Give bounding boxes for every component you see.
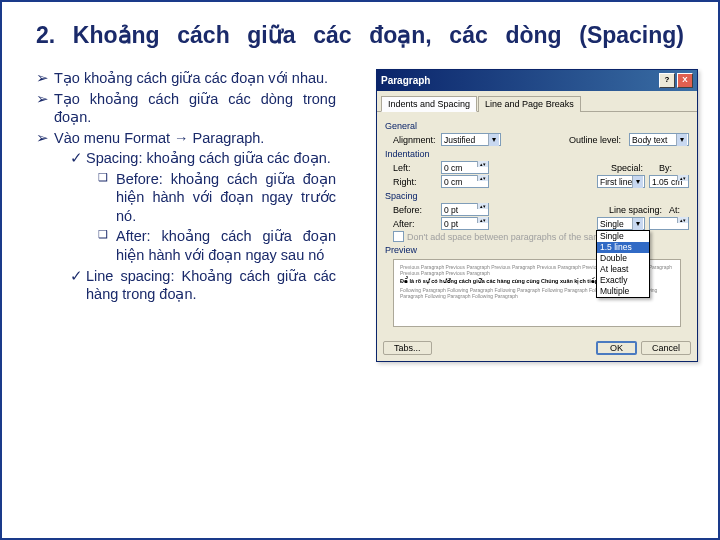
- alignment-label: Alignment:: [393, 135, 437, 145]
- left-spinner[interactable]: 0 cm: [441, 161, 489, 174]
- after-label: After:: [393, 219, 437, 229]
- by-spinner[interactable]: 1.05 cm: [649, 175, 689, 188]
- alignment-combo[interactable]: Justified: [441, 133, 501, 146]
- dropdown-option[interactable]: At least: [597, 264, 649, 275]
- by-label: By:: [659, 163, 689, 173]
- special-label: Special:: [611, 163, 655, 173]
- dropdown-option[interactable]: Double: [597, 253, 649, 264]
- before-spinner[interactable]: 0 pt: [441, 203, 489, 216]
- line-spacing-dropdown[interactable]: Single 1.5 lines Double At least Exactly…: [596, 230, 650, 298]
- bullet-item: Tạo khoảng cách giữa các đoạn với nhau.: [36, 69, 336, 88]
- dialog-title: Paragraph: [381, 75, 430, 86]
- ok-button[interactable]: OK: [596, 341, 637, 355]
- tab-line-page-breaks[interactable]: Line and Page Breaks: [478, 96, 581, 112]
- tabs-button[interactable]: Tabs...: [383, 341, 432, 355]
- group-indentation: Indentation: [385, 149, 689, 159]
- bullet-item: Vào menu Format → Paragraph. Spacing: kh…: [36, 129, 336, 304]
- bullet-item: After: khoảng cách giữa đoạn hiện hành v…: [100, 227, 336, 264]
- cancel-button[interactable]: Cancel: [641, 341, 691, 355]
- same-style-checkbox[interactable]: [393, 231, 404, 242]
- body-text: Tạo khoảng cách giữa các đoạn với nhau. …: [36, 69, 336, 306]
- line-spacing-combo[interactable]: Single: [597, 217, 645, 230]
- left-label: Left:: [393, 163, 437, 173]
- before-label: Before:: [393, 205, 437, 215]
- dropdown-option[interactable]: Multiple: [597, 286, 649, 297]
- tab-indents-spacing[interactable]: Indents and Spacing: [381, 96, 477, 112]
- special-combo[interactable]: First line: [597, 175, 645, 188]
- dropdown-option[interactable]: Single: [597, 231, 649, 242]
- same-style-label: Don't add space between paragraphs of th…: [407, 232, 627, 242]
- bullet-item: Spacing: khoảng cách giữa các đoạn. Befo…: [70, 149, 336, 264]
- after-spinner[interactable]: 0 pt: [441, 217, 489, 230]
- page-title: 2. Khoảng cách giữa các đoạn, các dòng (…: [36, 20, 684, 51]
- dropdown-option[interactable]: 1.5 lines: [597, 242, 649, 253]
- help-button[interactable]: ?: [659, 73, 675, 88]
- right-spinner[interactable]: 0 cm: [441, 175, 489, 188]
- at-spinner[interactable]: [649, 217, 689, 230]
- paragraph-dialog: Paragraph ? X Indents and Spacing Line a…: [376, 69, 698, 362]
- outline-combo[interactable]: Body text: [629, 133, 689, 146]
- close-button[interactable]: X: [677, 73, 693, 88]
- group-general: General: [385, 121, 689, 131]
- at-label: At:: [669, 205, 689, 215]
- dropdown-option[interactable]: Exactly: [597, 275, 649, 286]
- bullet-item: Line spacing: Khoảng cách giữa các hàng …: [70, 267, 336, 304]
- line-spacing-label: Line spacing:: [609, 205, 665, 215]
- outline-label: Outline level:: [569, 135, 625, 145]
- dialog-titlebar[interactable]: Paragraph ? X: [377, 70, 697, 91]
- bullet-item: Before: khoảng cách giữa đoạn hiện hành …: [100, 170, 336, 226]
- bullet-item: Tạo khoảng cách giữa các dòng trong đoạn…: [36, 90, 336, 127]
- group-spacing: Spacing: [385, 191, 689, 201]
- right-label: Right:: [393, 177, 437, 187]
